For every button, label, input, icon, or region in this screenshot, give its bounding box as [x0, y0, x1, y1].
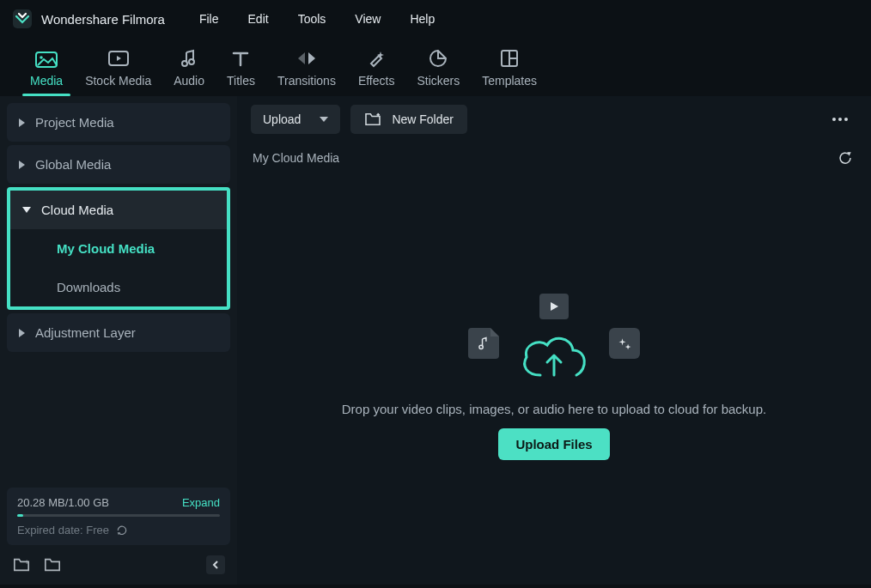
chevron-right-icon [19, 118, 25, 127]
tab-stock-media[interactable]: Stock Media [74, 41, 162, 96]
svg-point-18 [479, 345, 483, 349]
svg-point-15 [838, 118, 842, 121]
menu-view[interactable]: View [355, 12, 381, 26]
svg-point-14 [832, 118, 836, 121]
sidebar-item-label: Global Media [35, 157, 111, 172]
titles-icon [231, 48, 250, 69]
new-folder-icon [364, 112, 381, 126]
audio-file-icon [468, 328, 499, 359]
menu-file[interactable]: File [199, 12, 219, 26]
tab-label: Effects [358, 74, 395, 88]
dropzone-graphic [468, 294, 640, 386]
new-folder-button[interactable]: New Folder [350, 112, 467, 126]
svg-marker-4 [117, 56, 121, 61]
category-tabs: Media Stock Media Audio Titles Transitio… [0, 41, 871, 96]
breadcrumb-bar: My Cloud Media [237, 141, 871, 168]
storage-progress-bar [17, 514, 220, 517]
content-toolbar: Upload New Folder [237, 96, 871, 141]
sidebar-subitem-my-cloud-media[interactable]: My Cloud Media [10, 229, 227, 268]
dropzone-text: Drop your video clips, images, or audio … [342, 402, 766, 416]
tab-label: Stickers [417, 74, 460, 88]
storage-usage-text: 20.28 MB/1.00 GB [17, 496, 109, 509]
dropzone[interactable]: Drop your video clips, images, or audio … [237, 168, 871, 585]
upload-button-label: Upload [263, 112, 301, 126]
tab-templates[interactable]: Templates [471, 41, 548, 96]
chevron-down-icon [320, 117, 328, 122]
sidebar-item-global-media[interactable]: Global Media [7, 145, 230, 184]
app-title: Wondershare Filmora [41, 12, 165, 27]
tab-transitions[interactable]: Transitions [266, 41, 347, 96]
sidebar-item-project-media[interactable]: Project Media [7, 103, 230, 142]
upload-dropdown-button[interactable]: Upload [251, 112, 340, 126]
sidebar-footer: + [7, 545, 230, 578]
tab-label: Templates [482, 74, 537, 88]
sidebar: Project Media Global Media Cloud Media M… [0, 96, 237, 585]
refresh-button[interactable] [835, 148, 856, 168]
effects-icon [367, 48, 386, 69]
app-logo-icon [12, 9, 33, 29]
sidebar-item-label: Adjustment Layer [35, 325, 136, 340]
title-bar: Wondershare Filmora File Edit Tools View… [0, 0, 871, 38]
tab-label: Audio [174, 74, 204, 88]
tab-effects[interactable]: Effects [347, 41, 406, 96]
svg-point-16 [844, 118, 848, 121]
svg-text:+: + [25, 559, 29, 567]
breadcrumb: My Cloud Media [253, 151, 339, 165]
content-area: Upload New Folder My Cloud Media [237, 96, 871, 585]
chevron-right-icon [19, 161, 25, 169]
templates-icon [500, 48, 519, 69]
storage-expired-text: Expired date: Free [17, 524, 109, 536]
audio-icon [180, 48, 198, 69]
tab-stickers[interactable]: Stickers [405, 41, 471, 96]
sidebar-item-label: Downloads [57, 280, 120, 294]
more-options-button[interactable] [823, 105, 857, 134]
storage-panel: 20.28 MB/1.00 GB Expand Expired date: Fr… [7, 488, 230, 545]
chevron-down-icon [22, 207, 31, 213]
tab-audio[interactable]: Audio [162, 41, 216, 96]
stickers-icon [429, 48, 448, 69]
upload-files-button[interactable]: Upload Files [498, 428, 609, 460]
effects-file-icon [609, 328, 640, 359]
sidebar-item-label: Project Media [35, 115, 114, 130]
sidebar-item-label: My Cloud Media [57, 241, 155, 256]
storage-expand-link[interactable]: Expand [182, 496, 220, 509]
tab-label: Titles [227, 74, 255, 88]
tab-media[interactable]: Media [19, 41, 74, 96]
new-bin-icon[interactable]: + [12, 555, 31, 574]
sidebar-subitem-downloads[interactable]: Downloads [10, 268, 227, 306]
menu-help[interactable]: Help [410, 12, 435, 26]
refresh-icon[interactable] [116, 524, 128, 536]
collapse-sidebar-button[interactable] [206, 555, 225, 574]
stock-media-icon [107, 48, 130, 69]
transitions-icon [295, 48, 318, 69]
chevron-right-icon [19, 329, 25, 337]
sidebar-item-label: Cloud Media [41, 203, 113, 217]
menu-tools[interactable]: Tools [298, 12, 326, 26]
video-file-icon [539, 294, 569, 319]
svg-point-5 [182, 61, 187, 66]
sidebar-item-adjustment-layer[interactable]: Adjustment Layer [7, 313, 230, 352]
menu-edit[interactable]: Edit [248, 12, 269, 26]
svg-point-2 [40, 56, 43, 59]
tab-titles[interactable]: Titles [216, 41, 266, 96]
svg-point-6 [189, 59, 194, 64]
main-menu: File Edit Tools View Help [199, 12, 435, 26]
highlighted-cloud-media-group: Cloud Media My Cloud Media Downloads [7, 187, 230, 310]
svg-marker-19 [551, 302, 558, 311]
media-icon [35, 48, 58, 69]
sidebar-item-cloud-media[interactable]: Cloud Media [10, 191, 227, 229]
tab-label: Media [30, 74, 63, 88]
new-folder-label: New Folder [392, 112, 454, 126]
folder-icon[interactable] [43, 555, 62, 574]
tab-label: Transitions [277, 74, 336, 88]
svg-rect-0 [13, 9, 32, 28]
tab-label: Stock Media [85, 74, 151, 88]
cloud-upload-icon [515, 328, 594, 386]
